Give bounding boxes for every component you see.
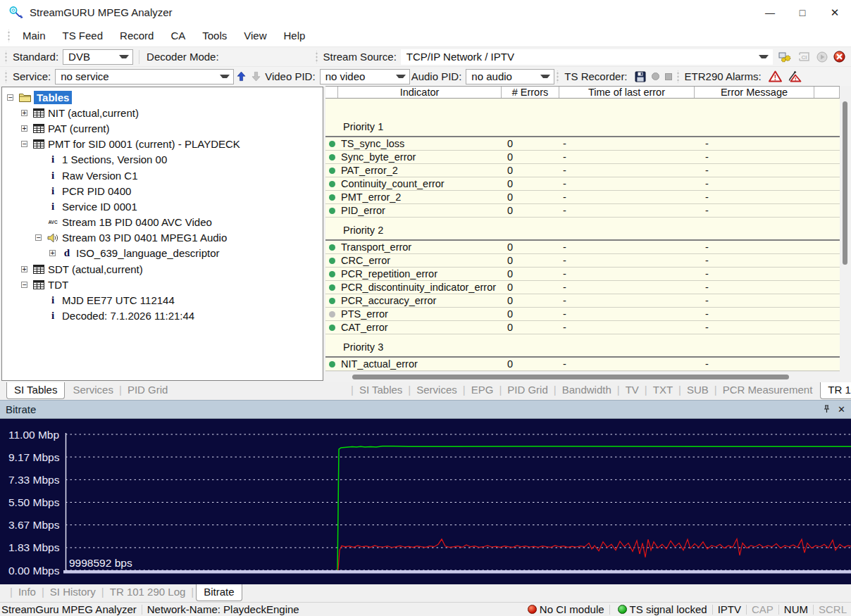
service-up-icon[interactable] <box>237 71 246 82</box>
stream-source-select[interactable]: TCP/IP Network / IPTV <box>401 49 773 65</box>
tab-tr-101-290[interactable]: TR 101 290 <box>820 382 851 399</box>
table-row[interactable]: PID_error0-- <box>325 204 840 218</box>
tree-item[interactable]: AVCStream 1B PID 0400 AVC Video <box>2 215 323 230</box>
alarm-edit-icon[interactable]: ! <box>788 70 802 82</box>
close-button[interactable]: ✕ <box>819 0 851 25</box>
audio-pid-select[interactable]: no audio <box>466 69 554 84</box>
menu-ca[interactable]: CA <box>162 27 194 44</box>
table-row[interactable]: PCR_repetition_error0-- <box>325 268 840 281</box>
tree-item[interactable]: +SDT (actual,current) <box>2 261 323 277</box>
table-row[interactable]: CRC_error0-- <box>325 254 840 268</box>
tab-si-tables[interactable]: SI Tables <box>354 382 408 398</box>
table-row[interactable]: PCR_accuracy_error0-- <box>325 294 840 308</box>
collapse-icon[interactable]: − <box>7 94 13 101</box>
tab-bitrate[interactable]: Bitrate <box>196 584 242 601</box>
tab-si-history[interactable]: SI History <box>44 584 101 600</box>
menu-main[interactable]: Main <box>14 27 54 44</box>
table-row[interactable]: PMT_error_20-- <box>325 191 840 204</box>
tree-item-label[interactable]: 1 Sections, Version 00 <box>62 153 167 165</box>
table-row[interactable]: PTS_error0-- <box>325 308 840 321</box>
minimize-button[interactable]: — <box>754 0 786 25</box>
stream-settings-icon[interactable] <box>778 51 792 63</box>
table-row[interactable]: Continuity_count_error0-- <box>325 177 840 191</box>
tab-sub[interactable]: SUB <box>681 382 714 398</box>
tab-bandwidth[interactable]: Bandwidth <box>557 382 617 398</box>
menu-help[interactable]: Help <box>275 27 314 44</box>
tree-item[interactable]: −TDT <box>2 277 323 292</box>
vertical-scrollbar[interactable] <box>840 86 851 382</box>
tree-item[interactable]: −Stream 03 PID 0401 MPEG1 Audio <box>2 230 323 246</box>
play-icon[interactable] <box>816 51 828 63</box>
toolbar-grip-handle[interactable] <box>556 70 559 83</box>
pin-icon[interactable] <box>823 403 831 415</box>
tab-txt[interactable]: TXT <box>647 382 678 398</box>
tree-item-label[interactable]: Service ID 0001 <box>62 201 137 213</box>
table-row[interactable]: PCR_discontinuity_indicator_error0-- <box>325 281 840 294</box>
tree-item-label[interactable]: Tables <box>34 91 72 104</box>
tab-pid-grid[interactable]: PID Grid <box>122 382 174 398</box>
alarm-warning-icon[interactable]: ! <box>769 70 782 82</box>
save-recording-icon[interactable] <box>635 71 646 82</box>
tree-item[interactable]: iPCR PID 0400 <box>2 183 323 199</box>
record-icon[interactable] <box>652 73 659 80</box>
menu-view[interactable]: View <box>235 27 275 44</box>
tree-item-label[interactable]: Stream 03 PID 0401 MPEG1 Audio <box>62 232 227 244</box>
tree-item-label[interactable]: TDT <box>48 279 68 291</box>
video-pid-select[interactable]: no video <box>320 69 410 84</box>
maximize-button[interactable]: □ <box>786 0 819 25</box>
tab-si-tables[interactable]: SI Tables <box>6 382 65 399</box>
collapse-icon[interactable]: − <box>35 234 42 241</box>
table-row[interactable]: CAT_error0-- <box>325 321 840 334</box>
tab-tr-101-290-log[interactable]: TR 101 290 Log <box>104 584 192 600</box>
expand-icon[interactable]: + <box>49 250 56 256</box>
tree-item-label[interactable]: ISO_639_language_descriptor <box>76 247 219 259</box>
service-select[interactable]: no service <box>55 69 234 84</box>
service-down-icon[interactable] <box>251 71 261 82</box>
table-row[interactable]: Transport_error0-- <box>325 241 840 254</box>
tree-item-label[interactable]: Decoded: 7.1.2026 11:21:44 <box>62 310 194 322</box>
stop-stream-icon[interactable] <box>833 51 845 63</box>
standard-select[interactable]: DVB <box>63 49 133 65</box>
stop-record-icon[interactable] <box>665 73 672 80</box>
tree-item-label[interactable]: Stream 1B PID 0400 AVC Video <box>62 216 212 228</box>
menu-tools[interactable]: Tools <box>194 27 235 44</box>
tab-pcr-measurement[interactable]: PCR Measurement <box>717 382 819 398</box>
menu-record[interactable]: Record <box>111 27 162 44</box>
expand-icon[interactable]: + <box>21 125 27 132</box>
tree-item-label[interactable]: PAT (current) <box>48 122 110 134</box>
horizontal-scrollbar[interactable] <box>325 371 840 382</box>
tab-services[interactable]: Services <box>67 382 119 398</box>
toolbar-grip-handle[interactable] <box>4 70 8 83</box>
tab-pid-grid[interactable]: PID Grid <box>502 382 554 398</box>
expand-icon[interactable]: + <box>21 110 27 116</box>
tree-item-label[interactable]: Raw Version C1 <box>62 170 138 182</box>
tree-item[interactable]: −Tables <box>2 89 323 105</box>
toolbar-grip-handle[interactable] <box>676 70 680 83</box>
collapse-icon[interactable]: − <box>21 141 27 147</box>
toolbar-grip-handle[interactable] <box>4 51 8 63</box>
menu-grip-handle[interactable] <box>7 30 11 42</box>
toolbar-grip-handle[interactable] <box>315 51 318 63</box>
tree-item[interactable]: +dISO_639_language_descriptor <box>2 246 323 261</box>
tree-item[interactable]: −PMT for SID 0001 (current) - PLAYDECK <box>2 137 323 152</box>
tab-epg[interactable]: EPG <box>466 382 499 398</box>
tree-item-label[interactable]: SDT (actual,current) <box>48 263 143 275</box>
close-panel-icon[interactable]: ✕ <box>838 404 845 415</box>
tab-services[interactable]: Services <box>411 382 463 398</box>
table-row[interactable]: NIT_actual_error0-- <box>325 358 840 371</box>
tree-item-label[interactable]: PMT for SID 0001 (current) - PLAYDECK <box>48 138 240 150</box>
horizontal-scrollbar-thumb[interactable] <box>352 375 789 379</box>
table-row[interactable]: PAT_error_20-- <box>325 164 840 177</box>
ci-module-icon[interactable]: CI <box>797 51 811 62</box>
menu-ts-feed[interactable]: TS Feed <box>54 27 112 44</box>
tree-item-label[interactable]: NIT (actual,current) <box>48 107 139 119</box>
expand-icon[interactable]: + <box>21 266 27 272</box>
tree-item[interactable]: +NIT (actual,current) <box>2 105 323 120</box>
tab-info[interactable]: Info <box>13 584 42 600</box>
tree-item[interactable]: iRaw Version C1 <box>2 168 323 183</box>
tree-item[interactable]: i1 Sections, Version 00 <box>2 152 323 168</box>
table-row[interactable]: Sync_byte_error0-- <box>325 151 840 164</box>
table-row[interactable]: TS_sync_loss0-- <box>325 137 840 151</box>
tree-item[interactable]: iMJD EE77 UTC 112144 <box>2 292 323 308</box>
tree-item-label[interactable]: PCR PID 0400 <box>62 185 131 197</box>
